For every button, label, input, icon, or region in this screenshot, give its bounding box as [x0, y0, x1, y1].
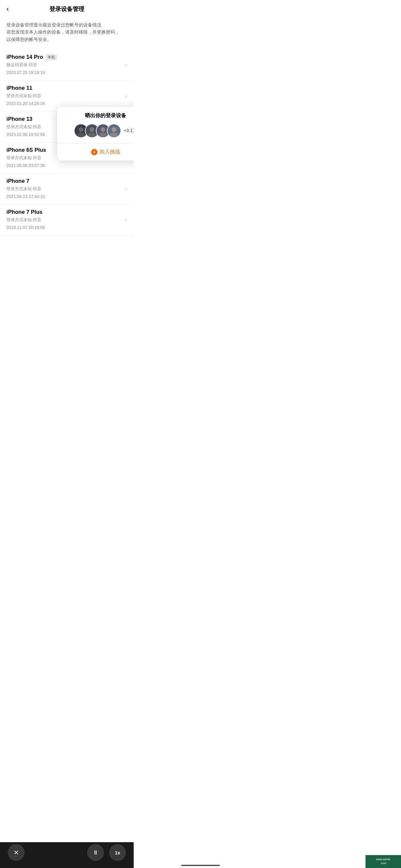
device-item-iphone7[interactable]: iPhone 7 登录方式未知·抖音 2021.04.13 17:44:10 › [0, 174, 134, 205]
popup-title: 晒出你的登录设备 [57, 106, 134, 124]
device-name: iPhone 7 Plus [6, 209, 42, 215]
device-datetime: 2021.06.06 03:07:36 [6, 162, 127, 169]
svg-point-11 [110, 132, 118, 137]
device-datetime: 2022.01.20 14:26:34 [6, 100, 127, 107]
device-name: iPhone 14 Pro [6, 54, 43, 60]
device-item-iphone7plus[interactable]: iPhone 7 Plus 登录方式未知·抖音 2018.11.07 00:19… [0, 205, 134, 236]
join-challenge-button[interactable]: + 加入挑战 [57, 144, 134, 160]
chevron-right-icon: › [126, 62, 127, 68]
svg-point-1 [79, 127, 84, 132]
device-datetime: 2021.04.13 17:44:10 [6, 193, 127, 200]
device-datetime: 2018.11.07 00:19:56 [6, 224, 127, 231]
device-login-method: 登录方式未知·抖音 [6, 217, 127, 223]
header: ‹ 登录设备管理 [0, 0, 134, 16]
device-datetime: 2023.07.25 19:19:19 [6, 69, 127, 76]
popup-action-label: 加入挑战 [99, 149, 120, 155]
device-name: iPhone 13 [6, 116, 32, 122]
device-login-method: 登录方式未知·抖音 [6, 186, 127, 192]
description-text: 登录设备管理显示最近登录过您帐号的设备情况 若您发现非本人操作的设备，请及时移除… [0, 16, 134, 50]
chevron-right-icon: › [126, 217, 127, 223]
svg-point-8 [99, 132, 107, 137]
device-name: iPhone 7 [6, 178, 29, 184]
device-login-method: 验证码登录·抖音 [6, 62, 127, 68]
plus-icon: + [91, 149, 97, 155]
device-name: iPhone 6S Plus [6, 147, 46, 153]
back-button[interactable]: ‹ [6, 5, 9, 12]
device-name: iPhone 11 [6, 85, 32, 91]
device-item-iphone14pro[interactable]: iPhone 14 Pro 本机 验证码登录·抖音 2023.07.25 19:… [0, 50, 134, 81]
svg-point-7 [101, 127, 105, 132]
page-title: 登录设备管理 [50, 5, 84, 13]
device-tag: 本机 [45, 54, 57, 60]
svg-point-10 [112, 127, 117, 132]
chevron-right-icon: › [126, 93, 127, 99]
challenge-popup: 晒出你的登录设备 [57, 106, 134, 160]
chevron-right-icon: › [126, 186, 127, 192]
device-login-method: 登录方式未知·抖音 [6, 93, 127, 99]
popup-avatars: +3.1万 [57, 124, 134, 143]
svg-point-5 [88, 132, 96, 137]
avatar-count: +3.1万 [124, 128, 134, 134]
svg-point-4 [90, 127, 95, 132]
avatar [107, 124, 121, 138]
svg-point-2 [77, 132, 85, 137]
